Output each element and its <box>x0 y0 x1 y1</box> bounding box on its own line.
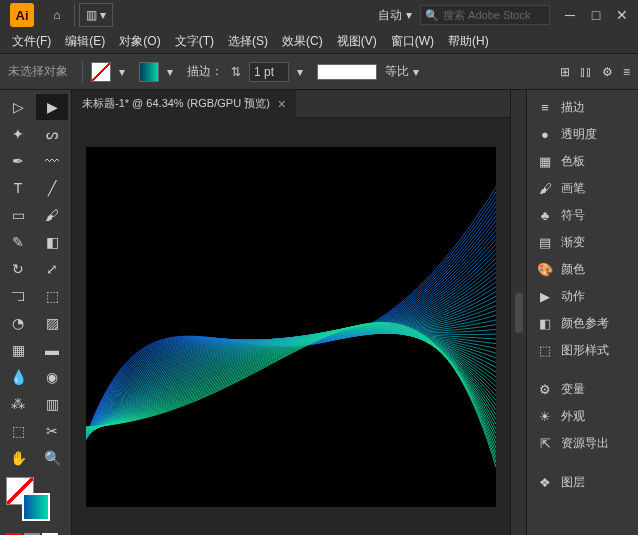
close-tab-icon[interactable]: × <box>278 96 286 112</box>
menu-item[interactable]: 对象(O) <box>113 31 166 52</box>
menu-item[interactable]: 编辑(E) <box>59 31 111 52</box>
panel-item[interactable]: ♣符号 <box>527 202 638 229</box>
panel-item[interactable]: ◧颜色参考 <box>527 310 638 337</box>
menu-item[interactable]: 视图(V) <box>331 31 383 52</box>
panels: ≡描边●透明度▦色板🖌画笔♣符号▤渐变🎨颜色▶动作◧颜色参考⬚图形样式⚙变量☀外… <box>526 90 638 535</box>
search-input[interactable]: 🔍搜索 Adobe Stock <box>420 5 550 25</box>
symbol-sprayer-tool[interactable]: ⁂ <box>2 391 34 417</box>
blend-tool[interactable]: ◉ <box>36 364 68 390</box>
paintbrush-tool[interactable]: 🖌 <box>36 202 68 228</box>
panel-item[interactable]: 🖌画笔 <box>527 175 638 202</box>
perspective-tool[interactable]: ▨ <box>36 310 68 336</box>
shape-builder-tool[interactable]: ◔ <box>2 310 34 336</box>
panel-label: 渐变 <box>561 234 585 251</box>
line-tool[interactable]: ╱ <box>36 175 68 201</box>
stepper-icon[interactable]: ⇅ <box>231 65 241 79</box>
chevron-down-icon[interactable]: ▾ <box>167 65 179 79</box>
color-swatches[interactable] <box>2 477 69 481</box>
pencil-tool[interactable]: ✎ <box>2 229 34 255</box>
eraser-tool[interactable]: ◧ <box>36 229 68 255</box>
panel-item[interactable]: ▶动作 <box>527 283 638 310</box>
eyedropper-tool[interactable]: 💧 <box>2 364 34 390</box>
pen-tool[interactable]: ✒ <box>2 148 34 174</box>
panel-menu-icon[interactable]: ≡ <box>623 65 630 79</box>
panel-icon: ⬚ <box>537 343 553 359</box>
canvas[interactable] <box>72 118 510 535</box>
column-graph-tool[interactable]: ▥ <box>36 391 68 417</box>
minimize-button[interactable]: ─ <box>558 5 582 25</box>
panel-item[interactable]: 🎨颜色 <box>527 256 638 283</box>
panel-item[interactable]: ●透明度 <box>527 121 638 148</box>
stroke-style-swatch[interactable] <box>317 64 377 80</box>
lasso-tool[interactable]: ᔕ <box>36 121 68 147</box>
chevron-down-icon[interactable]: ▾ <box>119 65 131 79</box>
menu-item[interactable]: 效果(C) <box>276 31 329 52</box>
separator <box>74 4 75 26</box>
document-tab[interactable]: 未标题-1* @ 64.34% (RGB/GPU 预览) × <box>72 90 296 118</box>
panel-icon: ☀ <box>537 409 553 425</box>
close-button[interactable]: ✕ <box>610 5 634 25</box>
control-bar: 未选择对象 ▾ ▾ 描边： ⇅ 1 pt ▾ 等比▾ ⊞ ⫿⫿ ⚙ ≡ <box>0 54 638 90</box>
panel-icon: 🖌 <box>537 181 553 197</box>
panel-collapse[interactable] <box>510 90 526 535</box>
stroke-weight-input[interactable]: 1 pt <box>249 62 289 82</box>
direct-selection-tool[interactable]: ▶ <box>36 94 68 120</box>
panel-label: 符号 <box>561 207 585 224</box>
stroke-swatch[interactable] <box>139 62 159 82</box>
rotate-tool[interactable]: ↻ <box>2 256 34 282</box>
panel-item[interactable]: ▤渐变 <box>527 229 638 256</box>
zoom-tool[interactable]: 🔍 <box>36 445 68 471</box>
gradient-tool[interactable]: ▬ <box>36 337 68 363</box>
width-tool[interactable]: ⫎ <box>2 283 34 309</box>
menu-item[interactable]: 窗口(W) <box>385 31 440 52</box>
scale-tool[interactable]: ⤢ <box>36 256 68 282</box>
artboard-tool[interactable]: ⬚ <box>2 418 34 444</box>
ratio-dropdown[interactable]: 等比▾ <box>385 63 419 80</box>
panel-item[interactable]: ▦色板 <box>527 148 638 175</box>
panel-item[interactable]: ⬚图形样式 <box>527 337 638 364</box>
panel-item[interactable]: ❖图层 <box>527 469 638 496</box>
artwork <box>86 147 496 507</box>
type-tool[interactable]: T <box>2 175 34 201</box>
panel-icon: ❖ <box>537 475 553 491</box>
panel-icon: ≡ <box>537 100 553 116</box>
background-swatch[interactable] <box>22 493 50 521</box>
panel-icon: ▦ <box>537 154 553 170</box>
artboard[interactable] <box>86 147 496 507</box>
panel-item[interactable]: ⇱资源导出 <box>527 430 638 457</box>
stroke-label: 描边： <box>187 63 223 80</box>
panel-item[interactable]: ⚙变量 <box>527 376 638 403</box>
panel-label: 透明度 <box>561 126 597 143</box>
panel-label: 颜色参考 <box>561 315 609 332</box>
arrange-icon[interactable]: ⫿⫿ <box>580 65 592 79</box>
panel-label: 图层 <box>561 474 585 491</box>
menu-item[interactable]: 帮助(H) <box>442 31 495 52</box>
chevron-down-icon[interactable]: ▾ <box>297 65 309 79</box>
panel-item[interactable]: ☀外观 <box>527 403 638 430</box>
curvature-tool[interactable]: 〰 <box>36 148 68 174</box>
panel-icon: ▤ <box>537 235 553 251</box>
panel-icon: ♣ <box>537 208 553 224</box>
panel-item[interactable]: ≡描边 <box>527 94 638 121</box>
align-icon[interactable]: ⊞ <box>560 65 570 79</box>
auto-dropdown[interactable]: 自动▾ <box>378 7 412 24</box>
panel-label: 画笔 <box>561 180 585 197</box>
rectangle-tool[interactable]: ▭ <box>2 202 34 228</box>
menu-item[interactable]: 选择(S) <box>222 31 274 52</box>
home-icon[interactable]: ⌂ <box>44 3 70 27</box>
menu-item[interactable]: 文字(T) <box>169 31 220 52</box>
maximize-button[interactable]: □ <box>584 5 608 25</box>
magic-wand-tool[interactable]: ✦ <box>2 121 34 147</box>
options-icon[interactable]: ⚙ <box>602 65 613 79</box>
hand-tool[interactable]: ✋ <box>2 445 34 471</box>
menu-bar: 文件(F)编辑(E)对象(O)文字(T)选择(S)效果(C)视图(V)窗口(W)… <box>0 30 638 54</box>
free-transform-tool[interactable]: ⬚ <box>36 283 68 309</box>
selection-tool[interactable]: ▷ <box>2 94 34 120</box>
fill-swatch[interactable] <box>91 62 111 82</box>
toolbox: ▷ ▶ ✦ ᔕ ✒ 〰 T ╱ ▭ 🖌 ✎ ◧ ↻ ⤢ ⫎ ⬚ ◔ ▨ ▦ ▬ … <box>0 90 72 535</box>
slice-tool[interactable]: ✂ <box>36 418 68 444</box>
menu-item[interactable]: 文件(F) <box>6 31 57 52</box>
layout-button[interactable]: ▥ ▾ <box>79 3 113 27</box>
app-logo: Ai <box>10 3 34 27</box>
mesh-tool[interactable]: ▦ <box>2 337 34 363</box>
